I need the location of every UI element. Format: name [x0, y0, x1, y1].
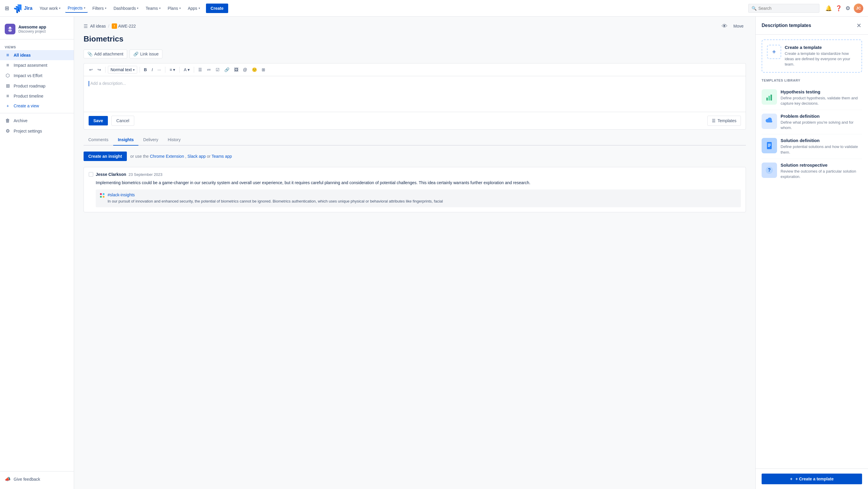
search-input[interactable] — [758, 6, 816, 11]
hypothesis-testing-icon — [762, 89, 777, 105]
teams-app-link[interactable]: Teams app — [212, 154, 232, 159]
tab-history[interactable]: History — [163, 134, 186, 146]
projects-chevron-icon: ▾ — [84, 6, 85, 9]
right-panel: Description templates ✕ + Create a templ… — [755, 17, 868, 489]
search-bar[interactable]: 🔍 — [748, 4, 819, 13]
breadcrumb-separator: / — [108, 24, 110, 28]
slack-app-link[interactable]: Slack app — [188, 154, 206, 159]
editor-save-actions: Save Cancel — [89, 116, 134, 126]
undo-button[interactable]: ↩ — [87, 66, 95, 73]
nav-projects[interactable]: Projects ▾ — [65, 4, 88, 13]
sidebar-create-view[interactable]: + Create a view — [0, 101, 74, 111]
svg-rect-12 — [768, 144, 771, 144]
panel-close-button[interactable]: ✕ — [856, 21, 862, 30]
sidebar-give-feedback[interactable]: 📣 Give feedback — [0, 474, 74, 484]
nav-apps[interactable]: Apps ▾ — [186, 4, 203, 12]
mention-button[interactable]: @ — [241, 66, 249, 73]
nav-icons-group: 🔔 ❓ ⚙ JC — [825, 4, 863, 13]
template-desc-hypothesis: Define product hypothesis, validate them… — [781, 95, 862, 106]
align-button[interactable]: ≡ ▾ — [168, 66, 177, 73]
template-item-solution-retrospective[interactable]: ? Solution retrospective Review the outc… — [762, 159, 862, 183]
tab-insights[interactable]: Insights — [113, 134, 139, 146]
user-avatar[interactable]: JC — [854, 4, 863, 13]
bullet-list-button[interactable]: ☰ — [196, 66, 204, 73]
sidebar-item-all-ideas[interactable]: ≡ All ideas — [0, 50, 74, 60]
italic-button[interactable]: I — [150, 66, 155, 73]
cancel-button[interactable]: Cancel — [112, 116, 134, 126]
toolbar-separator-5 — [194, 67, 194, 73]
save-button[interactable]: Save — [89, 116, 108, 125]
help-icon[interactable]: ❓ — [835, 5, 842, 11]
svg-point-2 — [8, 28, 9, 29]
nav-filters[interactable]: Filters ▾ — [90, 4, 109, 12]
bold-button[interactable]: B — [142, 66, 149, 73]
link-toolbar-button[interactable]: 🔗 — [222, 66, 231, 73]
table-button[interactable]: ⊞ — [260, 66, 267, 73]
template-name-solution: Solution definition — [781, 138, 862, 143]
insight-source-tag[interactable]: #slack-insights — [107, 193, 737, 197]
sidebar-archive[interactable]: 🗑 Archive — [0, 116, 74, 126]
template-item-problem-definition[interactable]: Problem definition Define what problem y… — [762, 110, 862, 134]
top-navigation: ⊞ Jira Your work ▾ Projects ▾ — [0, 0, 868, 17]
template-item-solution-definition[interactable]: Solution definition Define potential sol… — [762, 134, 862, 159]
image-button[interactable]: 🖼 — [232, 66, 240, 73]
watch-icon[interactable]: 👁 — [722, 23, 727, 30]
breadcrumb: ☰ All ideas / ! AWE-222 👁 Move — [84, 23, 746, 30]
slack-icon — [99, 193, 105, 198]
link-issue-button[interactable]: 🔗 Link issue — [129, 50, 162, 58]
text-format-select[interactable]: Normal text ▾ — [108, 66, 137, 74]
move-button[interactable]: Move — [731, 23, 746, 30]
templates-button[interactable]: ☰ Templates — [707, 116, 741, 126]
toolbar-separator-1 — [105, 67, 105, 73]
sidebar-project-settings[interactable]: ⚙ Project settings — [0, 126, 74, 136]
tab-delivery[interactable]: Delivery — [138, 134, 163, 146]
create-insight-button[interactable]: Create an insight — [84, 151, 127, 161]
more-formatting-button[interactable]: ··· — [156, 66, 163, 73]
grid-icon[interactable]: ⊞ — [5, 5, 9, 11]
teams-chevron-icon: ▾ — [159, 6, 161, 10]
editor-toolbar: ↩ ↪ Normal text ▾ B I ··· ≡ ▾ A ▾ — [84, 63, 746, 76]
template-info-problem: Problem definition Define what problem y… — [781, 114, 862, 131]
create-template-card[interactable]: + Create a template Create a template to… — [762, 39, 862, 73]
breadcrumb-all-ideas[interactable]: All ideas — [90, 24, 106, 28]
template-desc-retrospective: Review the outcomes of a particular solu… — [781, 169, 862, 179]
nav-dashboards[interactable]: Dashboards ▾ — [111, 4, 141, 12]
solution-retrospective-icon: ? — [762, 163, 777, 178]
insight-item: Jesse Clarkson 23 September 2023 Impleme… — [84, 167, 746, 212]
sidebar-item-impact-effort[interactable]: ⬡ Impact vs Effort — [0, 70, 74, 81]
add-attachment-button[interactable]: 📎 Add attachment — [84, 50, 127, 58]
editor-body[interactable]: Add a description... — [84, 76, 746, 112]
create-template-full-button[interactable]: + + Create a template — [762, 473, 862, 484]
create-insight-bar: Create an insight or use the Chrome Exte… — [84, 151, 746, 161]
sidebar-item-product-roadmap[interactable]: ⊞ Product roadmap — [0, 81, 74, 91]
numbered-list-button[interactable]: ≔ — [205, 66, 213, 73]
create-template-desc: Create a template to standardize how ide… — [785, 51, 857, 67]
nav-teams[interactable]: Teams ▾ — [143, 4, 163, 12]
notifications-icon[interactable]: 🔔 — [825, 5, 832, 11]
template-name-retrospective: Solution retrospective — [781, 163, 862, 168]
settings-icon[interactable]: ⚙ — [845, 5, 850, 11]
create-button[interactable]: Create — [206, 4, 228, 13]
archive-icon: 🗑 — [5, 118, 11, 123]
svg-rect-4 — [100, 193, 102, 195]
svg-rect-13 — [768, 145, 771, 146]
insight-checkbox[interactable] — [89, 172, 93, 177]
emoji-button[interactable]: 🙂 — [250, 66, 259, 73]
sidebar-item-impact-assessment[interactable]: ≡ Impact assesment — [0, 60, 74, 70]
panel-footer: + + Create a template — [756, 468, 868, 489]
chrome-extension-link[interactable]: Chrome Extension — [150, 154, 184, 159]
nav-plans[interactable]: Plans ▾ — [165, 4, 183, 12]
redo-button[interactable]: ↪ — [96, 66, 103, 73]
nav-your-work[interactable]: Your work ▾ — [37, 4, 63, 12]
main-content: ☰ All ideas / ! AWE-222 👁 Move Biometric… — [74, 17, 755, 489]
breadcrumb-actions: 👁 Move — [722, 23, 746, 30]
logo[interactable]: Jira — [13, 4, 32, 13]
text-color-button[interactable]: A ▾ — [182, 66, 191, 73]
tab-comments[interactable]: Comments — [84, 134, 113, 146]
editor-cursor — [89, 81, 89, 86]
question-icon: ? — [765, 166, 774, 175]
sidebar-item-product-timeline[interactable]: ≡ Product timeline — [0, 91, 74, 101]
editor-placeholder: Add a description... — [89, 81, 741, 86]
template-item-hypothesis-testing[interactable]: Hypothesis testing Define product hypoth… — [762, 86, 862, 110]
checkbox-button[interactable]: ☑ — [214, 66, 221, 73]
